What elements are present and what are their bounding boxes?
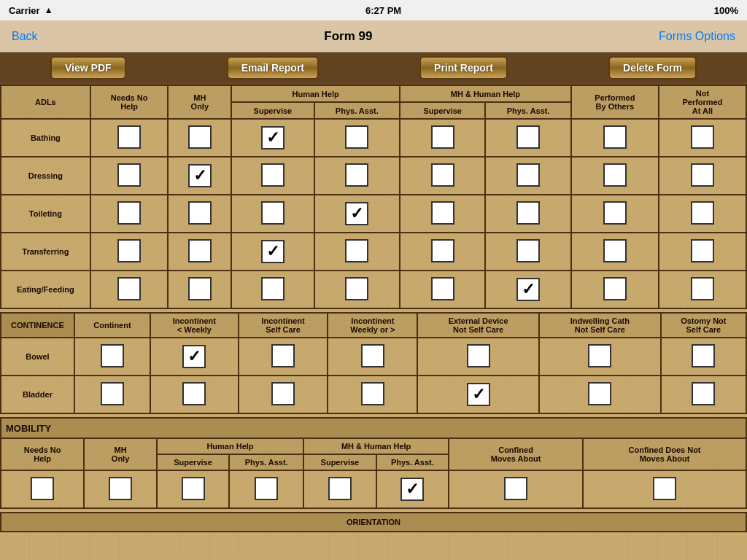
transferring-hh-phys[interactable] [314, 233, 400, 271]
bathing-nnh[interactable] [90, 119, 169, 157]
toileting-hh-phys[interactable] [314, 195, 400, 233]
eating-pbo[interactable] [571, 271, 659, 308]
bladder-indwelling[interactable] [539, 376, 661, 413]
performed-by-others-header: PerformedBy Others [571, 85, 659, 119]
back-button[interactable]: Back [12, 30, 38, 43]
bladder-ext-device[interactable] [417, 376, 539, 413]
time-label: 6:27 PM [365, 5, 401, 16]
ostomy-header: Ostomy NotSelf Care [661, 313, 746, 338]
toileting-npaa[interactable] [659, 195, 746, 233]
dressing-mhhh-sup[interactable] [400, 157, 485, 195]
dressing-npaa[interactable] [659, 157, 746, 195]
bladder-continent[interactable] [74, 376, 150, 413]
mobility-hh-phys-asst-header: Phys. Asst. [229, 454, 303, 470]
bowel-row: Bowel [1, 338, 746, 376]
bladder-label: Bladder [1, 376, 74, 413]
toileting-mhonly[interactable] [168, 195, 231, 233]
bowel-label: Bowel [1, 338, 74, 376]
eating-row: Eating/Feeding [1, 271, 746, 308]
bowel-inc-lt-weekly[interactable] [150, 338, 239, 376]
bathing-pbo[interactable] [571, 119, 659, 157]
toileting-nnh[interactable] [90, 195, 169, 233]
bathing-label: Bathing [1, 119, 90, 157]
dressing-hh-sup[interactable] [231, 157, 314, 195]
indwelling-cath-header: Indwelling CathNot Self Care [539, 313, 661, 338]
dressing-nnh[interactable] [90, 157, 169, 195]
bowel-inc-weekly-or[interactable] [328, 338, 417, 376]
transferring-row: Transferring [1, 233, 746, 271]
mobility-confined-not-moves[interactable] [583, 470, 746, 508]
dressing-pbo[interactable] [571, 157, 659, 195]
toileting-label: Toileting [1, 195, 90, 233]
continence-table: CONTINENCE Continent Incontinent< Weekly… [0, 312, 747, 414]
eating-mhhh-phys[interactable] [485, 271, 570, 308]
dressing-row: Dressing [1, 157, 746, 195]
eating-hh-phys[interactable] [314, 271, 400, 308]
mobility-nnh[interactable] [1, 470, 84, 508]
print-report-button[interactable]: Print Report [419, 56, 508, 79]
bathing-npaa[interactable] [659, 119, 746, 157]
bowel-indwelling[interactable] [539, 338, 661, 376]
bowel-continent[interactable] [74, 338, 150, 376]
dressing-hh-phys[interactable] [314, 157, 400, 195]
bathing-mhhh-sup[interactable] [400, 119, 485, 157]
bladder-inc-self-care[interactable] [239, 376, 328, 413]
delete-form-button[interactable]: Delete Form [608, 56, 697, 79]
toileting-mhhh-phys[interactable] [485, 195, 570, 233]
mobility-hh-supervise-header: Supervise [157, 454, 229, 470]
mobility-mhonly[interactable] [84, 470, 156, 508]
forms-options-button[interactable]: Forms Options [659, 30, 735, 43]
transferring-mhhh-sup[interactable] [400, 233, 485, 271]
bathing-hh-phys[interactable] [314, 119, 400, 157]
transferring-nnh[interactable] [90, 233, 169, 271]
dressing-mhonly[interactable] [168, 157, 231, 195]
eating-nnh[interactable] [90, 271, 169, 308]
mobility-mhhh-phys[interactable] [376, 470, 449, 508]
human-help-header: Human Help [231, 85, 400, 102]
eating-mhhh-sup[interactable] [400, 271, 485, 308]
mobility-hh-phys[interactable] [229, 470, 303, 508]
bathing-hh-sup[interactable] [231, 119, 314, 157]
mobility-hh-sup[interactable] [157, 470, 229, 508]
mobility-mh-only-header: MHOnly [84, 438, 156, 470]
adl-col-header: ADLs [1, 85, 90, 119]
not-performed-header: NotPerformedAt All [659, 85, 746, 119]
dressing-mhhh-phys[interactable] [485, 157, 570, 195]
toolbar: View PDF Email Report Print Report Delet… [0, 52, 747, 85]
eating-hh-sup[interactable] [231, 271, 314, 308]
orientation-section-label: ORIENTATION [1, 513, 746, 532]
transferring-mhhh-phys[interactable] [485, 233, 570, 271]
adl-header-row1: ADLs Needs NoHelp MHOnly Human Help MH &… [1, 85, 746, 102]
form-table: ADLs Needs NoHelp MHOnly Human Help MH &… [0, 85, 747, 309]
view-pdf-button[interactable]: View PDF [50, 56, 126, 79]
bathing-mhonly[interactable] [168, 119, 231, 157]
toileting-pbo[interactable] [571, 195, 659, 233]
inc-weekly-or-header: IncontinentWeekly or > [328, 313, 417, 338]
transferring-pbo[interactable] [571, 233, 659, 271]
toileting-hh-sup[interactable] [231, 195, 314, 233]
needs-no-help-header: Needs NoHelp [90, 85, 169, 119]
bladder-inc-lt-weekly[interactable] [150, 376, 239, 413]
mobility-mhhh-sup[interactable] [303, 470, 376, 508]
mobility-needs-no-help-header: Needs NoHelp [1, 438, 84, 470]
eating-mhonly[interactable] [168, 271, 231, 308]
inc-self-care-header: IncontinentSelf Care [239, 313, 328, 338]
eating-npaa[interactable] [659, 271, 746, 308]
mobility-confined-moves[interactable] [449, 470, 583, 508]
email-report-button[interactable]: Email Report [227, 56, 319, 79]
bowel-inc-self-care[interactable] [239, 338, 328, 376]
nav-bar: Back Form 99 Forms Options [0, 20, 747, 52]
bladder-inc-weekly-or[interactable] [328, 376, 417, 413]
bathing-mhhh-phys[interactable] [485, 119, 570, 157]
bowel-ostomy[interactable] [661, 338, 746, 376]
transferring-npaa[interactable] [659, 233, 746, 271]
mobility-mhhh-supervise-header: Supervise [303, 454, 376, 470]
transferring-hh-sup[interactable] [231, 233, 314, 271]
bladder-ostomy[interactable] [661, 376, 746, 413]
bowel-ext-device[interactable] [417, 338, 539, 376]
toileting-mhhh-sup[interactable] [400, 195, 485, 233]
continence-header-row: CONTINENCE Continent Incontinent< Weekly… [1, 313, 746, 338]
transferring-mhonly[interactable] [168, 233, 231, 271]
transferring-label: Transferring [1, 233, 90, 271]
continence-section-label: CONTINENCE [1, 313, 74, 338]
